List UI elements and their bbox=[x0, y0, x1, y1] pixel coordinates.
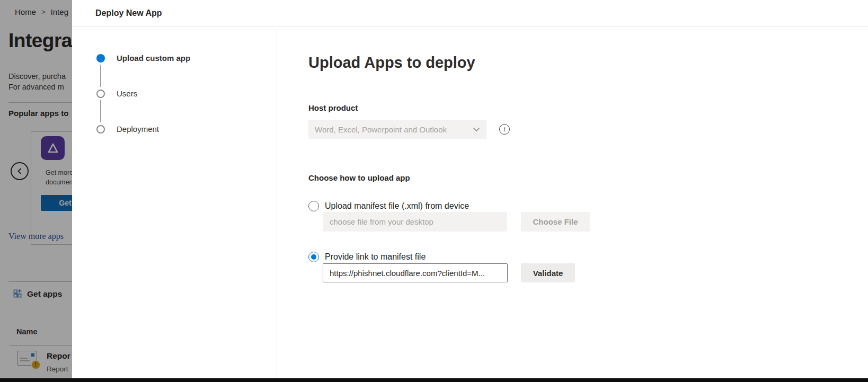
validate-button[interactable]: Validate bbox=[521, 263, 575, 282]
stepper-connector bbox=[100, 100, 101, 122]
chevron-down-icon bbox=[473, 127, 480, 132]
manifest-url-input[interactable] bbox=[323, 263, 508, 282]
deploy-new-app-panel: Deploy New App Upload custom app Users D… bbox=[72, 0, 868, 382]
upload-from-device-option[interactable]: Upload manifest file (.xml) from device bbox=[308, 201, 868, 211]
host-product-dropdown[interactable]: Word, Excel, Powerpoint and Outlook bbox=[308, 120, 486, 139]
info-icon[interactable]: i bbox=[499, 124, 510, 135]
panel-header: Deploy New App bbox=[72, 0, 868, 27]
stepper-step-upload-custom-app[interactable]: Upload custom app bbox=[96, 54, 277, 63]
radio-selected[interactable] bbox=[308, 252, 319, 262]
content-heading: Upload Apps to deploy bbox=[308, 54, 868, 72]
step-active-circle bbox=[96, 54, 105, 63]
choose-upload-method-label: Choose how to upload app bbox=[308, 173, 868, 183]
step-circle bbox=[96, 125, 105, 134]
file-path-input[interactable] bbox=[323, 212, 507, 232]
stepper-step-deployment[interactable]: Deployment bbox=[96, 125, 277, 134]
choose-file-button[interactable]: Choose File bbox=[521, 212, 590, 232]
bottom-edge-bar bbox=[0, 378, 868, 382]
panel-content: Upload Apps to deploy Host product Word,… bbox=[277, 27, 868, 382]
stepper-connector bbox=[100, 65, 101, 87]
step-label: Upload custom app bbox=[117, 54, 190, 63]
provide-link-option[interactable]: Provide link to manifest file bbox=[308, 252, 868, 262]
option-label: Upload manifest file (.xml) from device bbox=[325, 201, 469, 211]
option-label: Provide link to manifest file bbox=[325, 252, 426, 262]
panel-title: Deploy New App bbox=[95, 8, 162, 18]
host-product-label: Host product bbox=[308, 103, 868, 113]
step-label: Users bbox=[117, 89, 137, 98]
step-circle bbox=[96, 90, 105, 98]
host-product-selected-value: Word, Excel, Powerpoint and Outlook bbox=[315, 125, 473, 134]
step-label: Deployment bbox=[117, 125, 159, 134]
wizard-stepper: Upload custom app Users Deployment bbox=[72, 27, 277, 382]
radio-unselected[interactable] bbox=[308, 201, 319, 211]
stepper-step-users[interactable]: Users bbox=[96, 89, 277, 98]
